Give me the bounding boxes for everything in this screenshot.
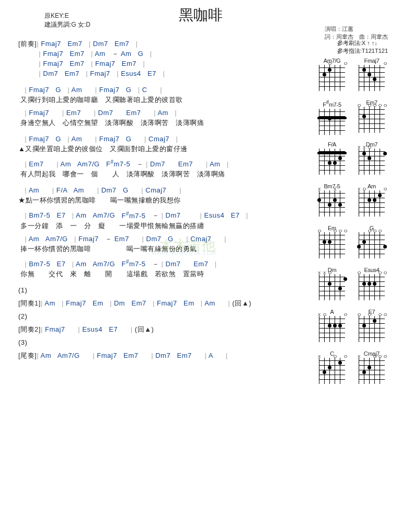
chord-lyrics-body: [前奏] | Fmaj7 Em7 | Dm7 Em7 | [前奏] | Fmaj… [18, 39, 311, 375]
chord-diagram-dm7: Dm7XXO [356, 141, 388, 178]
intro-line: [前奏] | Dm7 Em7 | Fmaj7 | Esus4 E7 | [18, 69, 311, 78]
lyric-line: 又擱行到咱上愛的咖啡廳 又擱聽著咱上愛的彼首歌 [18, 95, 311, 104]
lyric-line: 多一分鐘 添 一 分 癡 一場愛甲恨無輸無贏的搭纏 [18, 221, 311, 230]
chord-line: | Em7 | Am Am7/G F#m7-5 － | Dm7 Em7 | Am… [18, 157, 311, 168]
route-label: (1) [18, 286, 311, 295]
chord-sheet: 黑咖啡 原KEY:E 建議男調:G 女:D 演唱：江蕙 詞：周韋杰 曲：周韋杰 … [0, 0, 401, 532]
playing-reference: 參考刷法:X ↑ ↑↓ 參考指法:T121T121 [337, 39, 388, 55]
strum-pattern: 參考刷法:X ↑ ↑↓ [337, 39, 388, 47]
chord-diagram-g: GOOO [356, 225, 388, 262]
chord-diagrams: Am7/GOOFmaj7OF#m7-5Em7OOOOOF/ADm7XXOBm7-… [312, 58, 388, 387]
chord-diagram-am: AmXOO [356, 183, 388, 220]
intro-line: [前奏] | Fmaj7 Em7 | Fmaj7 Em7 | [18, 59, 311, 68]
chord-diagram-fmaj7: Fmaj7O [356, 58, 388, 94]
chord-diagram-em: EmOOOO [316, 225, 348, 262]
pick-pattern: 參考指法:T121T121 [337, 47, 388, 55]
route-line: [間奏1] | Am | Fmaj7 Em | Dm Em7 | Fmaj7 E… [18, 299, 311, 308]
chord-diagram-c: CXOO [316, 350, 348, 387]
lyric-line: ★點一杯你慣習的黑咖啡 喝一嘴無摻糖的我想你 [18, 196, 311, 205]
chord-diagram-bm7-5: Bm7-5XX [316, 183, 348, 220]
chord-name: F/A [316, 141, 348, 148]
chord-diagram-fa: F/A [316, 141, 348, 178]
singer: 演唱：江蕙 [325, 25, 388, 33]
chord-diagram-esus4: Esus4OOO [356, 267, 388, 303]
chord-line: | Am Am7/G | Fmaj7 － Em7 | Dm7 G | Cmaj7… [18, 234, 311, 243]
chord-diagram-a: AXOO [316, 309, 348, 345]
chord-diagram-fm7-5: F#m7-5 [316, 99, 348, 136]
key-meta: 原KEY:E 建議男調:G 女:D [44, 12, 90, 29]
lyric-line: 有人問起我 哪會一 個 人 淡薄啊酸 淡薄啊苦 淡薄啊痛 [18, 169, 311, 178]
chord-diagram-am7g: Am7/GOO [316, 58, 348, 94]
section-label: [前奏] [18, 39, 37, 48]
route-label: (3) [18, 338, 311, 347]
chord-name: F#m7-5 [316, 99, 348, 108]
chord-line: | Fmaj7 | Em7 | Dm7 Em7 | Am | [18, 108, 311, 117]
chord-line: | Am | F/A Am | Dm7 G | Cmaj7 | [18, 186, 311, 195]
lyric-line: 你無 交代 來 離 開 這場戲 若欲煞 置當時 [18, 269, 311, 278]
route-line: [間奏2] | Fmaj7 | Esus4 E7 | (回▲) [18, 325, 311, 334]
intro-line: [前奏] | Fmaj7 Em7 | Am － Am G | [18, 49, 311, 58]
chord-line: | Bm7-5 E7 | Am Am7/G F#m7-5 － | Dm7 Em7… [18, 257, 311, 268]
chord-diagram-em7: Em7OOOOO [356, 99, 388, 136]
route-label: (2) [18, 312, 311, 321]
watermark-sub: WWW.MUMUJITA.COM [152, 250, 216, 256]
route-line: [尾奏] | Am Am7/G | Fmaj7 Em7 | Dm7 Em7 | … [18, 351, 311, 360]
intro-line: [前奏] | Fmaj7 Em7 | Dm7 Em7 | [18, 39, 311, 48]
chord-line: | Fmaj7 G | Am | Fmaj7 G | Cmaj7 | [18, 134, 311, 143]
chord-line: | Bm7-5 E7 | Am Am7/G F#m7-5 － | Dm7 | E… [18, 209, 311, 220]
suggested-key: 建議男調:G 女:D [44, 20, 90, 29]
chord-line: | Fmaj7 G | Am | Fmaj7 G | C | [18, 85, 311, 94]
original-key: 原KEY:E [44, 12, 90, 20]
chord-name: G [356, 225, 388, 231]
chord-diagram-cmaj7: Cmaj7XOOO [356, 350, 388, 387]
lyric-line: 身邊空無人 心情空無望 淡薄啊酸 淡薄啊苦 淡薄啊痛 [18, 118, 311, 127]
chord-diagram-e7: E7OOOO [356, 309, 388, 345]
chord-name: Fmaj7 [356, 58, 388, 64]
chord-diagram-dm: DmXXO [316, 267, 348, 303]
lyric-line: ▲又擱坐置咱上愛的彼個位 又擱面對咱上愛的窗仔邊 [18, 144, 311, 153]
credits: 演唱：江蕙 詞：周韋杰 曲：周韋杰 [325, 25, 388, 41]
chord-name: Am7/G [316, 58, 348, 64]
